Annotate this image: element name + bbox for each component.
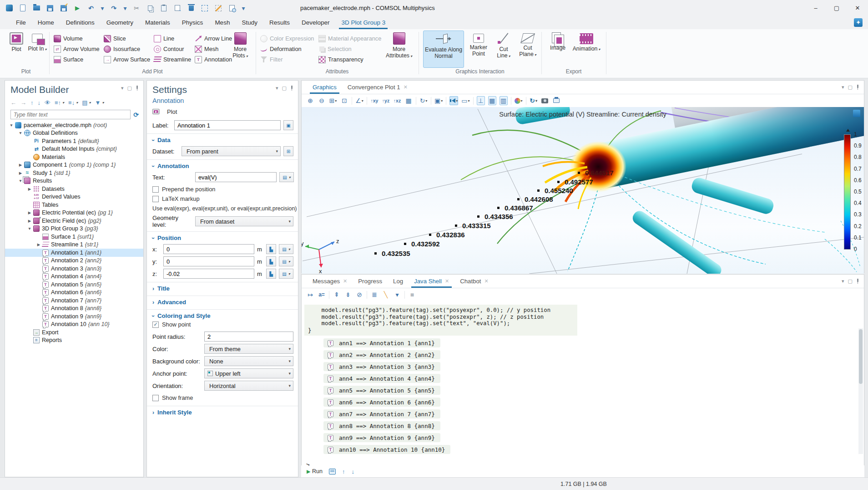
move-up-icon[interactable]: ↑ [30,99,34,106]
marker-point-button[interactable]: Marker Point [467,31,490,68]
section-advanced[interactable]: ›Advanced [147,296,298,306]
tree-expander-icon[interactable]: ▶ [36,242,41,247]
position-z-input[interactable] [163,269,254,279]
image-button[interactable]: Image [546,31,570,68]
scene-icon[interactable]: ▣▾ [434,96,443,105]
section-position[interactable]: ›Position [147,231,298,242]
maximize-button[interactable]: ▢ [826,0,847,16]
find-icon[interactable] [227,4,237,13]
collapse-icon[interactable]: ≡↓▾ [68,99,78,106]
plot-button[interactable]: Plot [147,104,298,118]
information-tab-chatbot[interactable]: Chatbot✕ [455,275,493,288]
add-plot-volume-button[interactable]: Volume [54,34,83,43]
add-plot-isosurface-button[interactable]: Isosurface [104,44,140,54]
zoom-in-icon[interactable]: ⊕ [306,96,314,105]
panel-float-icon[interactable]: ▢ [282,85,287,91]
ribbon-tab-definitions[interactable]: Definitions [60,16,101,29]
tree-item-results[interactable]: ▼Results [5,177,143,185]
shell-result-chip[interactable]: Tann8 ==> Annotation 8 {ann8} [323,421,440,430]
deselect-box-icon[interactable] [214,4,223,13]
evaluate-along-normal-button[interactable]: Evaluate Along Normal [423,31,464,68]
back-icon[interactable]: ← [10,99,16,106]
add-plot-contour-button[interactable]: Contour [154,44,184,54]
orientation-select[interactable]: Horizontal [204,381,293,391]
dataset-extra-icon[interactable]: ⊞ [283,146,293,156]
tree-item-annotation-8[interactable]: TAnnotation 8{ann8} [5,305,143,313]
ribbon-tab-study[interactable]: Study [236,16,263,29]
shell-result-chip[interactable]: Tann5 ==> Annotation 5 {ann5} [323,386,440,395]
filter-icon[interactable]: ▼▾ [95,99,104,106]
tree-expander-icon[interactable]: ▶ [18,163,23,167]
ribbon-tab-home[interactable]: Home [32,16,60,29]
close-button[interactable]: ✕ [847,0,868,16]
add-plot-arrow-volume-button[interactable]: ⇄Arrow Volume [54,44,100,54]
tree-item-default-model-inputs[interactable]: ⇄Default Model Inputs{cminpt} [5,145,143,153]
tree-item-tables[interactable]: Tables [5,201,143,209]
section-data[interactable]: ›Data [147,133,298,144]
tree-item-pacemaker-electrode-mph[interactable]: ▼pacemaker_electrode.mph(root) [5,121,143,129]
tree-expander-icon[interactable]: ▶ [18,171,23,175]
view-xy-icon[interactable]: ↑xy [370,96,378,105]
goto-node-icon[interactable]: ↦ [306,290,314,299]
shell-result-chip[interactable]: Tann10 ==> Annotation 10 {ann10} [323,445,450,454]
run-icon[interactable]: ▶ [73,4,82,13]
add-plot-slice-button[interactable]: Slice [104,34,126,43]
graphics-tab-convergence-plot-1[interactable]: Convergence Plot 1✕ [343,81,412,94]
add-plot-surface-button[interactable]: Surface [54,55,83,64]
tree-item-component-1[interactable]: ▶Component 1(comp 1) {comp 1} [5,161,143,169]
duplicate-icon[interactable] [173,4,182,13]
graphics-canvas[interactable]: z y x Surface: Electric potential (V) St… [302,107,864,274]
save-as-icon[interactable] [59,4,68,13]
shell-result-chip[interactable]: Tann4 ==> Annotation 4 {ann4} [323,374,440,383]
tree-item-annotation-10[interactable]: TAnnotation 10{ann 10} [5,321,143,329]
section-annotation[interactable]: ›Annotation [147,159,298,170]
shell-scrollbar[interactable] [858,328,863,454]
clear-caret-icon[interactable]: ▾ [393,290,401,299]
section-title[interactable]: ›Title [147,282,298,292]
tree-item-annotation-5[interactable]: TAnnotation 5{ann5} [5,281,143,289]
tree-expander-icon[interactable]: ▼ [18,131,23,135]
ribbon-tab-materials[interactable]: Materials [139,16,176,29]
shell-result-chip[interactable]: Tann9 ==> Annotation 9 {ann9} [323,433,440,442]
show-icon[interactable]: 👁 [45,99,50,106]
toggle-axes-icon[interactable]: ⊥ [477,96,485,105]
show-point-checkbox[interactable]: ✓Show point [147,320,298,329]
history-down-icon[interactable]: ↓ [351,468,354,475]
panel-float-icon[interactable]: ▢ [848,278,853,284]
more-attributes-button[interactable]: More Attributes▾ [385,31,413,68]
new-file-icon[interactable] [18,4,27,13]
ribbon-tab-mesh[interactable]: Mesh [209,16,236,29]
expand-all-icon[interactable]: ⇞ [333,290,341,299]
expr-icon-button[interactable]: ▤▾ [279,269,293,279]
cut-line-button[interactable]: Cut Line▾ [492,31,515,68]
go-to-default-view-icon[interactable]: ∠▾ [355,96,363,105]
ribbon-tab-geometry[interactable]: Geometry [101,16,139,29]
information-tab-java-shell[interactable]: Java Shell✕ [409,275,454,288]
select-box-icon[interactable] [200,4,209,13]
label-input[interactable] [174,120,281,130]
ribbon-tab-results[interactable]: Results [263,16,296,29]
clear-icon[interactable]: ╲ [382,290,390,299]
information-tab-progress[interactable]: Progress [353,275,387,288]
graphics-tab-graphics[interactable]: Graphics [308,81,341,94]
view-xz-icon[interactable]: ↑xz [393,96,401,105]
close-tab-icon[interactable]: ✕ [404,84,408,90]
tree-item-electric-potential-ec-[interactable]: ▶Electric Potential (ec){pg 1} [5,209,143,217]
geometry-level-select[interactable]: From dataset [195,216,293,226]
tree-expander-icon[interactable]: ▶ [27,187,32,191]
rename-icon-button[interactable]: ▣ [283,120,293,130]
tree-nodes-icon[interactable]: ▤▾ [82,99,91,106]
java-shell-output[interactable]: model.result("pg3").feature(tag).set("po… [302,301,864,468]
text-expr-icon-button[interactable]: ▤▾ [279,172,294,182]
tree-expander-icon[interactable]: ▼ [9,123,14,128]
tree-item-annotation-3[interactable]: TAnnotation 3{ann3} [5,265,143,273]
panel-pin-icon[interactable] [136,86,139,91]
background-color-select[interactable]: None [204,356,293,366]
add-plot-mesh-button[interactable]: Mesh [195,44,218,54]
tree-item-study-1[interactable]: ▶≈Study 1{std 1} [5,169,143,177]
tree-item-streamline-1[interactable]: ▶Streamline 1{str1} [5,241,143,249]
forward-icon[interactable]: → [20,99,26,106]
close-tab-icon[interactable]: ✕ [343,278,347,284]
panel-float-icon[interactable]: ▢ [848,84,853,90]
color-select[interactable]: From theme [204,344,293,354]
